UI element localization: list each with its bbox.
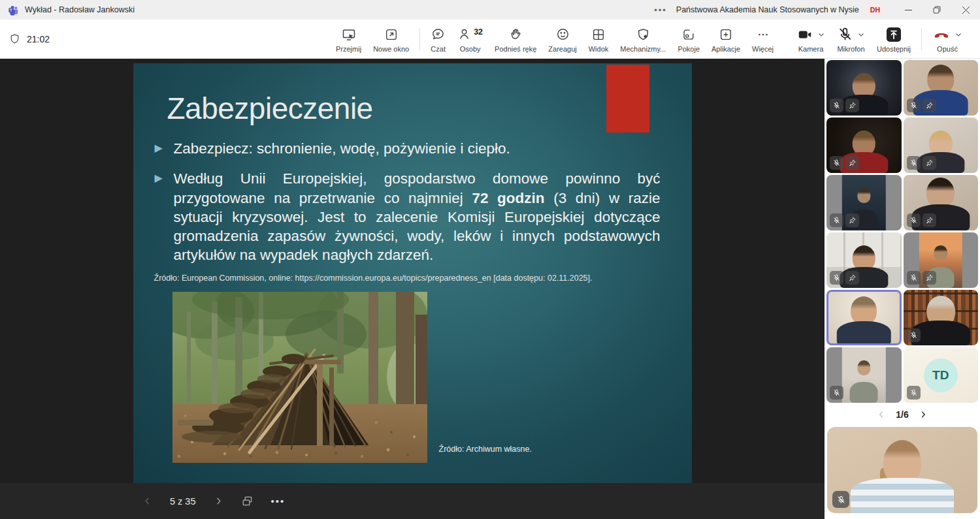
participant-tile[interactable] bbox=[904, 118, 979, 173]
participant-tile[interactable] bbox=[904, 290, 979, 345]
add-app-icon bbox=[719, 26, 733, 43]
bullet-icon: ▶ bbox=[155, 139, 174, 158]
pin-icon[interactable] bbox=[923, 271, 936, 285]
grid-view-icon bbox=[591, 26, 606, 43]
account-badge[interactable]: DH bbox=[866, 3, 885, 16]
react-button[interactable]: Zareaguj bbox=[542, 20, 582, 58]
share-button[interactable]: Udostępnij bbox=[871, 20, 917, 58]
pin-icon[interactable] bbox=[845, 99, 859, 112]
bullet-icon: ▶ bbox=[155, 169, 174, 264]
titlebar-overflow-menu[interactable]: ••• bbox=[645, 5, 676, 15]
participant-video bbox=[837, 296, 890, 345]
mic-muted-icon bbox=[832, 491, 849, 508]
slide-accent-block bbox=[606, 65, 649, 133]
shelter-photo bbox=[172, 292, 427, 463]
people-icon bbox=[457, 27, 472, 42]
participant-tile[interactable] bbox=[904, 60, 979, 116]
rooms-icon bbox=[681, 26, 696, 43]
bold-72h: 72 godzin bbox=[472, 190, 544, 206]
raise-hand-button[interactable]: Podnieś rękę bbox=[489, 20, 542, 58]
featured-participant-tile[interactable] bbox=[827, 427, 977, 513]
raise-hand-icon bbox=[508, 26, 523, 43]
pin-icon[interactable] bbox=[845, 156, 859, 170]
pin-icon[interactable] bbox=[923, 156, 936, 170]
mic-muted-icon bbox=[907, 386, 921, 400]
meeting-timer: 21:02 bbox=[9, 33, 50, 44]
teams-logo-icon bbox=[8, 5, 19, 16]
mic-muted-icon bbox=[830, 271, 843, 285]
more-button[interactable]: Więcej bbox=[746, 20, 779, 58]
slide-position: 5 z 35 bbox=[170, 496, 196, 507]
mic-muted-icon bbox=[907, 271, 921, 285]
mic-off-icon bbox=[837, 26, 853, 42]
rooms-button[interactable]: Pokoje bbox=[672, 20, 706, 58]
participant-tile[interactable]: TD bbox=[904, 347, 979, 403]
window-title: Wykład - Radosław Jankowski bbox=[25, 5, 135, 14]
participant-tile[interactable] bbox=[904, 175, 979, 230]
participant-tile-speaking[interactable] bbox=[826, 290, 902, 345]
mechanisms-button[interactable]: Mechanizmy... bbox=[614, 20, 672, 58]
toolbar-divider bbox=[419, 28, 420, 50]
view-button[interactable]: Widok bbox=[583, 20, 615, 58]
minimize-button[interactable] bbox=[894, 0, 923, 20]
participant-tile[interactable] bbox=[826, 347, 902, 403]
participants-pagination: 1/6 bbox=[825, 405, 980, 424]
people-count: 32 bbox=[474, 27, 483, 37]
pagination-position: 1/6 bbox=[896, 409, 908, 420]
participant-tile[interactable] bbox=[826, 60, 902, 116]
next-slide-button[interactable] bbox=[214, 496, 223, 506]
participant-tile[interactable] bbox=[826, 118, 902, 173]
participants-panel: TD 1/6 bbox=[825, 59, 980, 519]
mic-muted-icon bbox=[907, 328, 921, 342]
shield-gear-icon bbox=[636, 26, 651, 43]
teams-meeting-window: Wykład - Radosław Jankowski ••• Państwow… bbox=[0, 0, 980, 519]
mic-muted-icon bbox=[907, 99, 921, 112]
close-button[interactable] bbox=[951, 0, 980, 20]
pin-icon[interactable] bbox=[845, 213, 859, 227]
mic-muted-icon bbox=[830, 386, 843, 400]
new-window-button[interactable]: Nowe okno bbox=[367, 20, 415, 58]
share-screen-icon bbox=[885, 26, 902, 43]
hang-up-icon bbox=[932, 25, 951, 44]
timer-value: 21:02 bbox=[27, 34, 50, 44]
participant-tile[interactable] bbox=[826, 175, 902, 230]
pagination-prev-button[interactable] bbox=[877, 410, 886, 419]
mic-muted-icon bbox=[907, 156, 921, 170]
smiley-icon bbox=[555, 26, 570, 43]
camera-button[interactable]: Kamera bbox=[791, 20, 831, 58]
pin-icon[interactable] bbox=[845, 271, 859, 285]
takeover-icon bbox=[341, 26, 357, 43]
participant-tile[interactable] bbox=[826, 232, 902, 288]
leave-chevron-icon[interactable] bbox=[955, 31, 962, 39]
meeting-toolbar: 21:02 Przejmij Nowe okno bbox=[0, 20, 980, 59]
slide-bullet-2: Według Unii Europejskiej, gospodarstwo d… bbox=[174, 169, 661, 264]
participant-tile[interactable] bbox=[904, 232, 979, 288]
restore-button[interactable] bbox=[923, 0, 951, 20]
shield-icon bbox=[9, 33, 20, 44]
camera-icon bbox=[796, 26, 813, 43]
slide-nav-bar: 5 z 35 ••• bbox=[0, 483, 825, 519]
chat-button[interactable]: Czat bbox=[425, 20, 451, 58]
pin-icon[interactable] bbox=[923, 99, 936, 112]
presentation-stage: Zabezpieczenie ▶ Zabezpiecz: schronienie… bbox=[0, 59, 825, 519]
mic-chevron-icon[interactable] bbox=[857, 31, 865, 39]
prev-slide-button[interactable] bbox=[142, 496, 152, 506]
slide: Zabezpieczenie ▶ Zabezpiecz: schronienie… bbox=[133, 63, 692, 483]
apps-button[interactable]: Aplikacje bbox=[706, 20, 746, 58]
participant-grid: TD bbox=[825, 59, 980, 403]
slide-bullet-1: Zabezpiecz: schronienie, wodę, pożywieni… bbox=[174, 139, 510, 158]
organization-name: Państwowa Akademia Nauk Stosowanych w Ny… bbox=[676, 5, 859, 14]
people-button[interactable]: 32 Osoby bbox=[451, 20, 489, 58]
slide-more-button[interactable]: ••• bbox=[271, 495, 286, 507]
pin-icon[interactable] bbox=[923, 213, 936, 227]
more-dots-icon bbox=[756, 26, 770, 43]
takeover-button[interactable]: Przejmij bbox=[330, 20, 367, 58]
toolbar-divider bbox=[921, 28, 922, 50]
leave-button[interactable]: Opuść bbox=[926, 20, 968, 58]
slide-grid-button[interactable] bbox=[241, 495, 253, 507]
slide-source-line: Źródło: European Commission, online: htt… bbox=[154, 274, 661, 283]
title-bar: Wykład - Radosław Jankowski ••• Państwow… bbox=[0, 0, 980, 20]
pagination-next-button[interactable] bbox=[919, 410, 928, 419]
camera-chevron-icon[interactable] bbox=[817, 31, 825, 39]
microphone-button[interactable]: Mikrofon bbox=[831, 20, 871, 58]
